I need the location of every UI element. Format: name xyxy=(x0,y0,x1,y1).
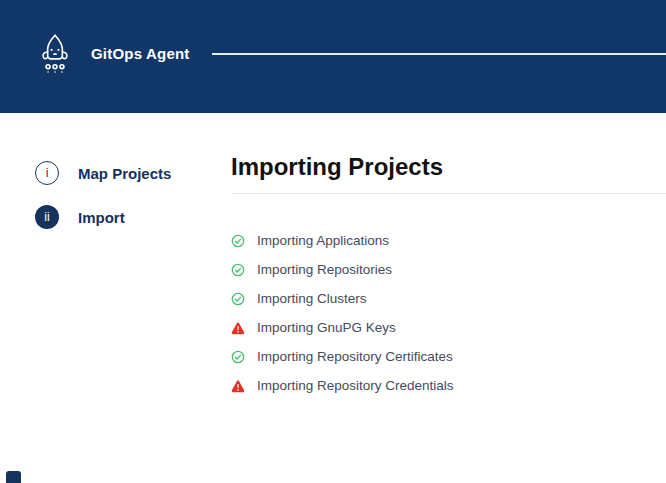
status-row: Importing Repository Certificates xyxy=(231,342,666,371)
status-label: Importing Repository Credentials xyxy=(257,378,454,393)
status-row: Importing Repository Credentials xyxy=(231,371,666,400)
title-divider xyxy=(231,193,666,194)
step-number-badge: ii xyxy=(35,205,59,229)
status-label: Importing Repository Certificates xyxy=(257,349,453,364)
header-divider-line xyxy=(212,53,666,55)
wizard-step-import[interactable]: ii Import xyxy=(35,205,231,229)
step-label: Import xyxy=(78,209,125,226)
app-header: GitOps Agent xyxy=(0,0,666,113)
step-number-badge: i xyxy=(35,161,59,185)
warning-triangle-icon xyxy=(231,379,245,393)
check-circle-icon xyxy=(231,292,245,306)
status-label: Importing Repositories xyxy=(257,262,392,277)
wizard-step-map-projects[interactable]: i Map Projects xyxy=(35,161,231,185)
status-label: Importing GnuPG Keys xyxy=(257,320,396,335)
app-title: GitOps Agent xyxy=(91,45,190,62)
status-row: Importing Clusters xyxy=(231,284,666,313)
status-row: Importing GnuPG Keys xyxy=(231,313,666,342)
footer-button-cutoff[interactable] xyxy=(6,471,21,483)
step-label: Map Projects xyxy=(78,165,171,182)
warning-triangle-icon xyxy=(231,321,245,335)
main-panel: Importing Projects Importing Application… xyxy=(231,113,666,400)
status-label: Importing Applications xyxy=(257,233,389,248)
import-status-list: Importing Applications Importing Reposit… xyxy=(231,226,666,400)
page-title: Importing Projects xyxy=(231,153,666,181)
status-row: Importing Applications xyxy=(231,226,666,255)
check-circle-icon xyxy=(231,350,245,364)
check-circle-icon xyxy=(231,263,245,277)
wizard-sidebar: i Map Projects ii Import xyxy=(0,113,231,400)
status-label: Importing Clusters xyxy=(257,291,367,306)
argo-octopus-logo-icon xyxy=(37,31,73,77)
check-circle-icon xyxy=(231,234,245,248)
status-row: Importing Repositories xyxy=(231,255,666,284)
